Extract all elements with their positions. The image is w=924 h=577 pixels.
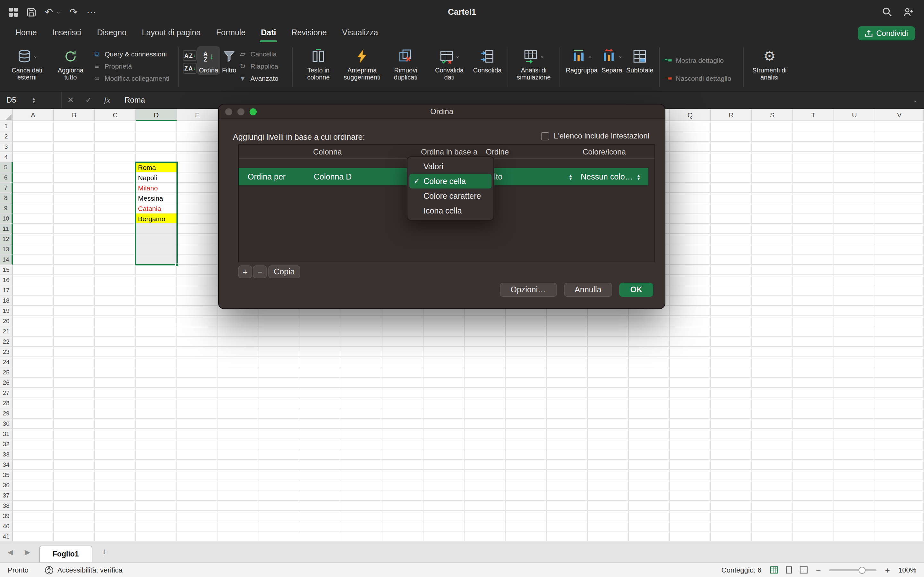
cell-E24[interactable] [177,357,218,367]
cell-S30[interactable] [752,419,793,429]
cell-G36[interactable] [259,480,300,490]
cell-C1[interactable] [95,121,136,131]
cell-H39[interactable] [300,511,341,521]
cell-D25[interactable] [136,367,177,378]
cell-S4[interactable] [752,152,793,162]
cell-V22[interactable] [875,337,924,347]
cell-L30[interactable] [465,419,506,429]
cell-B20[interactable] [54,316,95,326]
cell-R22[interactable] [711,337,752,347]
cell-N39[interactable] [547,511,588,521]
cell-S27[interactable] [752,388,793,398]
cell-N38[interactable] [547,501,588,511]
cell-D14[interactable] [136,255,177,265]
cell-Q30[interactable] [670,419,711,429]
cell-Q34[interactable] [670,460,711,470]
cell-F36[interactable] [218,480,259,490]
row-header-11[interactable]: 11 [0,224,13,234]
cell-N33[interactable] [547,450,588,460]
cell-V35[interactable] [875,470,924,480]
cell-G31[interactable] [259,429,300,439]
cell-G29[interactable] [259,408,300,419]
cell-D7[interactable]: Milano [136,183,177,193]
cell-A39[interactable] [13,511,54,521]
cell-B18[interactable] [54,295,95,306]
cell-O31[interactable] [588,429,629,439]
cell-A6[interactable] [13,172,54,183]
cell-L37[interactable] [465,490,506,501]
cell-O37[interactable] [588,490,629,501]
cell-H38[interactable] [300,501,341,511]
cell-L35[interactable] [465,470,506,480]
cell-S28[interactable] [752,398,793,408]
cell-A15[interactable] [13,265,54,275]
cell-U21[interactable] [834,326,875,337]
cell-F27[interactable] [218,388,259,398]
cell-M33[interactable] [506,450,547,460]
cell-H31[interactable] [300,429,341,439]
cell-R12[interactable] [711,234,752,244]
cell-F38[interactable] [218,501,259,511]
cell-A34[interactable] [13,460,54,470]
cell-J33[interactable] [383,450,423,460]
cell-K30[interactable] [423,419,465,429]
cell-V1[interactable] [875,121,924,131]
row-header-1[interactable]: 1 [0,121,13,131]
cell-J31[interactable] [383,429,423,439]
cell-V41[interactable] [875,532,924,542]
cell-T11[interactable] [793,224,834,234]
cell-V3[interactable] [875,142,924,152]
cell-V28[interactable] [875,398,924,408]
cell-F29[interactable] [218,408,259,419]
name-box-stepper[interactable]: ▲▼ [32,97,36,103]
cell-D37[interactable] [136,490,177,501]
cell-K29[interactable] [423,408,465,419]
cell-I26[interactable] [341,378,383,388]
cell-H29[interactable] [300,408,341,419]
cell-T9[interactable] [793,203,834,213]
column-header-R[interactable]: R [711,109,752,121]
row-header-17[interactable]: 17 [0,285,13,295]
cell-P22[interactable] [629,337,670,347]
cell-H33[interactable] [300,450,341,460]
cell-D9[interactable]: Catania [136,203,177,213]
cell-M37[interactable] [506,490,547,501]
cell-A22[interactable] [13,337,54,347]
cell-C31[interactable] [95,429,136,439]
cell-Q41[interactable] [670,532,711,542]
page-break-view-icon[interactable] [799,566,808,574]
cell-F35[interactable] [218,470,259,480]
cell-H36[interactable] [300,480,341,490]
cell-A28[interactable] [13,398,54,408]
cell-C20[interactable] [95,316,136,326]
cell-C16[interactable] [95,275,136,285]
prev-sheet-icon[interactable]: ◀ [8,548,13,556]
cell-K33[interactable] [423,450,465,460]
cell-K22[interactable] [423,337,465,347]
cell-I40[interactable] [341,521,383,532]
cell-A19[interactable] [13,306,54,316]
row-header-26[interactable]: 26 [0,378,13,388]
cell-T13[interactable] [793,244,834,255]
cell-S18[interactable] [752,295,793,306]
cell-G22[interactable] [259,337,300,347]
cell-E12[interactable] [177,234,218,244]
cell-O30[interactable] [588,419,629,429]
column-header-C[interactable]: C [95,109,136,121]
cell-R30[interactable] [711,419,752,429]
cell-Q23[interactable] [670,347,711,357]
cell-Q4[interactable] [670,152,711,162]
cell-U24[interactable] [834,357,875,367]
search-icon[interactable] [882,7,892,17]
row-header-25[interactable]: 25 [0,367,13,378]
cell-C21[interactable] [95,326,136,337]
cell-S8[interactable] [752,193,793,203]
cell-A12[interactable] [13,234,54,244]
cell-L33[interactable] [465,450,506,460]
cell-I34[interactable] [341,460,383,470]
cell-A16[interactable] [13,275,54,285]
cell-J27[interactable] [383,388,423,398]
cell-K36[interactable] [423,480,465,490]
cell-C3[interactable] [95,142,136,152]
cell-E9[interactable] [177,203,218,213]
